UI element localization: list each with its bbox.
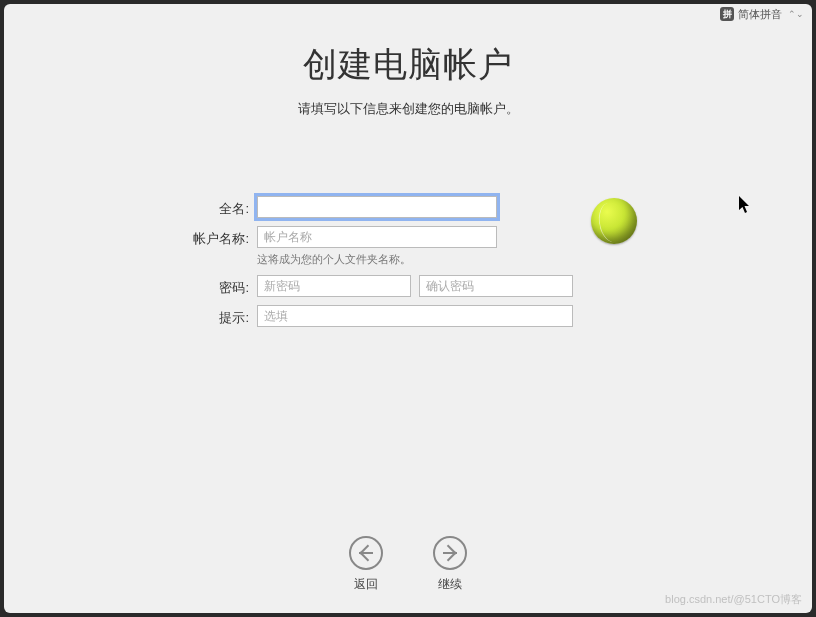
arrow-right-icon xyxy=(433,536,467,570)
status-bar: 拼 简体拼音 ⌃⌄ xyxy=(4,4,812,24)
password-label: 密码: xyxy=(179,275,249,297)
continue-label: 继续 xyxy=(438,576,462,593)
back-button[interactable]: 返回 xyxy=(349,536,383,593)
page-subtitle: 请填写以下信息来创建您的电脑帐户。 xyxy=(298,100,519,118)
new-password-input[interactable] xyxy=(257,275,411,297)
account-name-label: 帐户名称: xyxy=(179,226,249,248)
hint-label: 提示: xyxy=(179,305,249,327)
content-area: 创建电脑帐户 请填写以下信息来创建您的电脑帐户。 全名: 帐户名称: 这将成为您… xyxy=(4,24,812,613)
continue-button[interactable]: 继续 xyxy=(433,536,467,593)
setup-window: 拼 简体拼音 ⌃⌄ 创建电脑帐户 请填写以下信息来创建您的电脑帐户。 全名: 帐… xyxy=(4,4,812,613)
full-name-input[interactable] xyxy=(257,196,497,218)
ime-label[interactable]: 简体拼音 xyxy=(738,7,782,22)
ime-badge-icon[interactable]: 拼 xyxy=(720,7,734,21)
page-title: 创建电脑帐户 xyxy=(303,42,513,88)
full-name-label: 全名: xyxy=(179,196,249,218)
form-wrapper: 全名: 帐户名称: 这将成为您的个人文件夹名称。 密码: 提示: xyxy=(179,196,637,327)
hint-input[interactable] xyxy=(257,305,573,327)
confirm-password-input[interactable] xyxy=(419,275,573,297)
chevron-updown-icon[interactable]: ⌃⌄ xyxy=(788,9,804,19)
account-form: 全名: 帐户名称: 这将成为您的个人文件夹名称。 密码: 提示: xyxy=(179,196,573,327)
avatar[interactable] xyxy=(591,198,637,244)
account-name-hint: 这将成为您的个人文件夹名称。 xyxy=(257,252,573,267)
account-name-input[interactable] xyxy=(257,226,497,248)
footer-nav: 返回 继续 xyxy=(349,536,467,613)
arrow-left-icon xyxy=(349,536,383,570)
back-label: 返回 xyxy=(354,576,378,593)
watermark: blog.csdn.net/@51CTO博客 xyxy=(665,592,802,607)
